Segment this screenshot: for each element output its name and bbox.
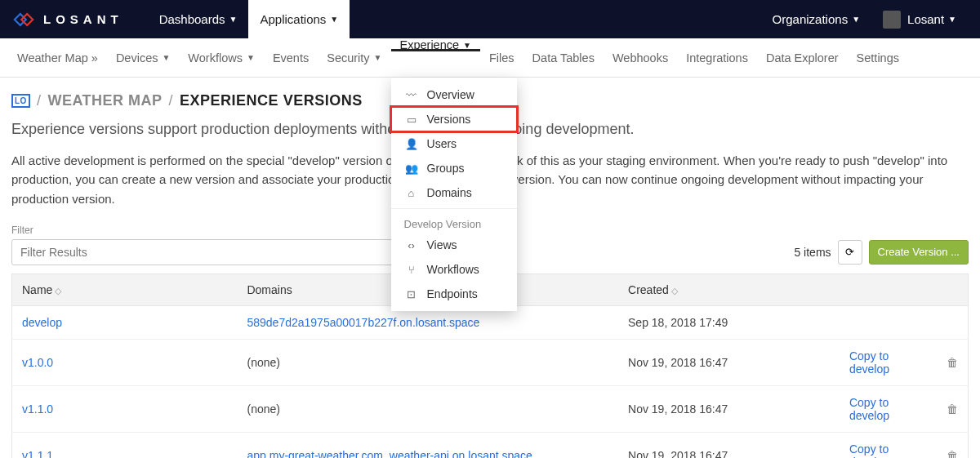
subnav-item-workflows[interactable]: Workflows▼: [179, 38, 264, 77]
caret-down-icon: ▼: [463, 41, 471, 50]
sub-nav: Weather Map »Devices▼Workflows▼EventsSec…: [0, 38, 980, 78]
created-cell: Nov 19, 2018 16:47: [618, 385, 840, 432]
dropdown-item-users[interactable]: 👤Users: [391, 131, 517, 156]
domains-icon: ⌂: [404, 187, 419, 199]
subnav-item-events[interactable]: Events: [264, 38, 318, 77]
dropdown-item-views[interactable]: ‹›Views: [391, 233, 517, 257]
caret-down-icon: ▼: [162, 53, 170, 62]
copy-to-develop-link[interactable]: Copy to develop: [849, 349, 889, 376]
dropdown-item-endpoints[interactable]: ⊡Endpoints: [391, 282, 517, 306]
created-cell: Nov 19, 2018 16:47: [618, 339, 840, 385]
version-name-link[interactable]: v1.0.0: [22, 356, 53, 369]
caret-down-icon: ▼: [852, 15, 860, 24]
subnav-item-experience[interactable]: Experience▼: [391, 38, 480, 51]
version-name-link[interactable]: develop: [22, 316, 62, 329]
version-name-link[interactable]: v1.1.1: [22, 449, 53, 458]
trash-icon[interactable]: 🗑: [947, 356, 958, 369]
dropdown-section-header: Develop Version: [391, 212, 517, 233]
copy-to-develop-link[interactable]: Copy to develop: [849, 396, 889, 422]
dropdown-item-domains[interactable]: ⌂Domains: [391, 180, 517, 205]
caret-down-icon: ▼: [948, 15, 956, 24]
subnav-item-files[interactable]: Files: [480, 38, 523, 77]
dropdown-item-groups[interactable]: 👥Groups: [391, 156, 517, 180]
created-cell: Sep 18, 2018 17:49: [618, 305, 840, 339]
trash-icon[interactable]: 🗑: [947, 402, 958, 416]
created-cell: Nov 19, 2018 16:47: [618, 432, 840, 458]
versions-icon: ▭: [404, 113, 419, 126]
trash-icon[interactable]: 🗑: [947, 449, 958, 458]
groups-icon: 👥: [404, 162, 419, 175]
subnav-item-data-explorer[interactable]: Data Explorer: [757, 38, 848, 77]
breadcrumb-page: EXPERIENCE VERSIONS: [180, 92, 363, 109]
views-icon: ‹›: [404, 239, 419, 251]
domain-link[interactable]: app.my-great-weather.com: [247, 449, 383, 458]
domains-cell: (none): [237, 339, 618, 385]
nav-applications[interactable]: Applications▼: [248, 0, 350, 38]
domains-cell: app.my-great-weather.com, weather-api.on…: [237, 432, 618, 458]
version-name-link[interactable]: v1.1.0: [22, 402, 53, 416]
th-name[interactable]: Name◇: [12, 273, 238, 305]
versions-tbody: develop589de7d2a1975a00017b227f.on.losan…: [12, 305, 969, 458]
nav-user-menu[interactable]: Losant▼: [871, 0, 968, 38]
sort-icon: ◇: [55, 286, 61, 296]
create-version-button[interactable]: Create Version ...: [869, 240, 969, 265]
dropdown-item-overview[interactable]: 〰Overview: [391, 82, 517, 107]
subnav-item-data-tables[interactable]: Data Tables: [523, 38, 604, 77]
dropdown-item-workflows[interactable]: ⑂Workflows: [391, 257, 517, 282]
subnav-item-integrations[interactable]: Integrations: [677, 38, 757, 77]
caret-down-icon: ▼: [247, 53, 255, 62]
breadcrumb-badge[interactable]: LO: [11, 94, 30, 108]
refresh-button[interactable]: ⟳: [838, 240, 862, 265]
breadcrumb-app[interactable]: WEATHER MAP: [47, 92, 162, 109]
domain-link[interactable]: 589de7d2a1975a00017b227f.on.losant.space: [247, 316, 479, 329]
users-icon: 👤: [404, 138, 419, 150]
subnav-item-devices[interactable]: Devices▼: [107, 38, 179, 77]
copy-to-develop-link[interactable]: Copy to develop: [849, 442, 889, 458]
subnav-item-webhooks[interactable]: Webhooks: [604, 38, 677, 77]
table-row: v1.1.0(none)Nov 19, 2018 16:47Copy to de…: [12, 385, 969, 432]
avatar: [883, 11, 901, 29]
subnav-item-security[interactable]: Security▼: [318, 38, 390, 77]
logo[interactable]: LOSANT: [12, 8, 123, 31]
brand-text: LOSANT: [43, 12, 123, 26]
caret-down-icon: ▼: [374, 53, 382, 62]
subnav-item-weather-map-[interactable]: Weather Map »: [8, 38, 107, 77]
top-nav: LOSANT Dashboards▼ Applications▼ Organiz…: [0, 0, 980, 38]
refresh-icon: ⟳: [845, 246, 854, 258]
domains-cell: (none): [237, 385, 618, 432]
caret-down-icon: ▼: [229, 15, 238, 24]
sort-icon: ◇: [671, 286, 678, 296]
table-row: v1.0.0(none)Nov 19, 2018 16:47Copy to de…: [12, 339, 969, 385]
subnav-item-settings[interactable]: Settings: [848, 38, 908, 77]
caret-down-icon: ▼: [330, 15, 338, 24]
logo-icon: [12, 8, 35, 31]
endpoints-icon: ⊡: [404, 288, 419, 300]
nav-organizations[interactable]: Organizations▼: [761, 0, 871, 38]
experience-dropdown: 〰Overview▭Versions👤Users👥Groups⌂DomainsD…: [391, 78, 517, 311]
workflows-icon: ⑂: [404, 264, 419, 276]
th-created[interactable]: Created◇: [618, 273, 840, 305]
overview-icon: 〰: [404, 89, 419, 101]
items-count: 5 items: [794, 246, 831, 259]
nav-dashboards[interactable]: Dashboards▼: [148, 0, 249, 38]
table-row: v1.1.1app.my-great-weather.com, weather-…: [12, 432, 969, 458]
dropdown-item-versions[interactable]: ▭Versions: [391, 107, 517, 131]
domain-link[interactable]: weather-api.on.losant.space: [390, 449, 532, 458]
